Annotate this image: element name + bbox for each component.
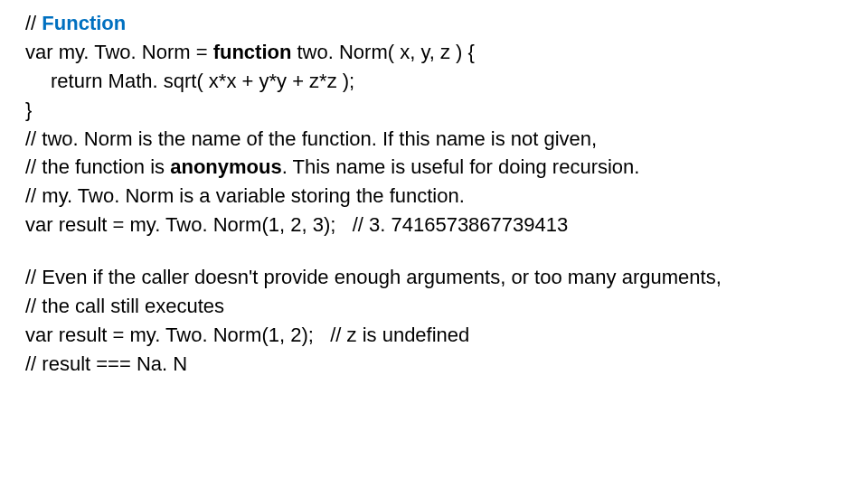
code-line-7: // my. Two. Norm is a variable storing t… — [25, 182, 843, 211]
code-line-12: // result === Na. N — [25, 350, 843, 379]
code-text: var result = my. Two. Norm(1, 2, 3); // … — [25, 213, 568, 236]
code-line-2: var my. Two. Norm = function two. Norm( … — [25, 38, 843, 67]
code-text: two. Norm( x, y, z ) { — [291, 41, 475, 63]
comment-text: // the function is — [25, 155, 170, 178]
code-line-6: // the function is anonymous. This name … — [25, 153, 843, 182]
code-text: var result = my. Two. Norm(1, 2); // z i… — [25, 324, 469, 346]
blank-line — [25, 239, 843, 263]
code-line-9: // Even if the caller doesn't provide en… — [25, 263, 843, 292]
code-line-11: var result = my. Two. Norm(1, 2); // z i… — [25, 321, 843, 350]
code-line-4: } — [25, 96, 843, 125]
comment-text: . This name is useful for doing recursio… — [282, 155, 640, 178]
keyword-function: function — [213, 41, 292, 63]
code-line-5: // two. Norm is the name of the function… — [25, 125, 843, 154]
comment-text: // result === Na. N — [25, 352, 187, 375]
code-slide: // Function var my. Two. Norm = function… — [0, 0, 868, 379]
code-line-3: return Math. sqrt( x*x + y*y + z*z ); — [25, 67, 843, 96]
comment-text: // Even if the caller doesn't provide en… — [25, 266, 722, 288]
comment-text: // two. Norm is the name of the function… — [25, 127, 597, 150]
comment-text: // the call still executes — [25, 295, 224, 317]
keyword-function-title: Function — [42, 12, 126, 34]
code-line-8: var result = my. Two. Norm(1, 2, 3); // … — [25, 211, 843, 239]
comment-text: // my. Two. Norm is a variable storing t… — [25, 184, 465, 207]
code-text: var my. Two. Norm = — [25, 41, 213, 63]
keyword-anonymous: anonymous — [170, 155, 281, 178]
code-text: return Math. sqrt( x*x + y*y + z*z ); — [51, 70, 354, 92]
code-text: } — [25, 99, 32, 121]
comment-prefix: // — [25, 12, 42, 34]
code-line-1: // Function — [25, 9, 843, 38]
code-line-10: // the call still executes — [25, 292, 843, 321]
